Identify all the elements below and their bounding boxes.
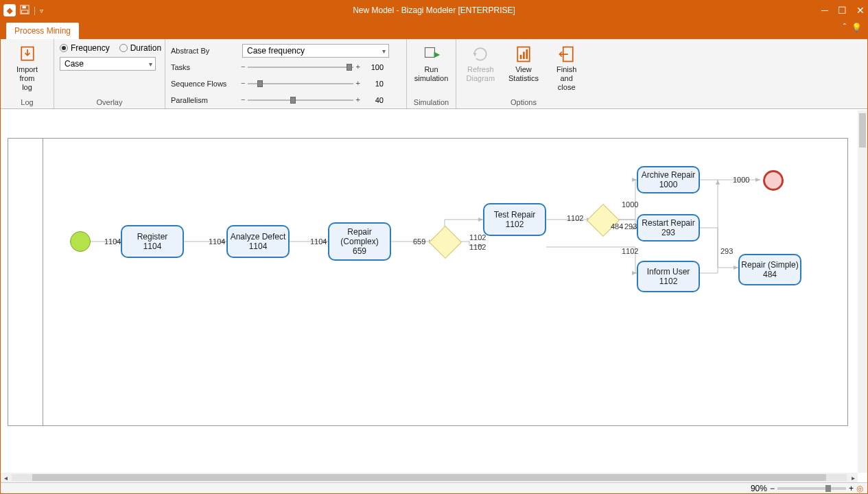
- zoom-slider[interactable]: [777, 487, 846, 490]
- edge-label: 1102: [469, 243, 486, 251]
- zoom-fit-icon[interactable]: ◎: [856, 484, 863, 493]
- ribbon-tabbar: Process Mining ˆ 💡: [1, 20, 867, 39]
- qat-dropdown-icon[interactable]: ▿: [40, 7, 43, 14]
- edge-label: 1104: [209, 237, 225, 246]
- run-simulation-button[interactable]: Run simulation: [412, 43, 451, 84]
- task-repair-simple[interactable]: Repair (Simple) 484: [738, 254, 801, 285]
- run-simulation-label: Run simulation: [414, 65, 449, 83]
- edge-label: 1000: [733, 176, 749, 184]
- tab-process-mining[interactable]: Process Mining: [6, 23, 79, 39]
- close-icon[interactable]: ✕: [856, 5, 865, 15]
- svg-rect-9: [523, 52, 525, 60]
- refresh-diagram-label: Refresh Diagram: [467, 65, 495, 83]
- svg-rect-8: [520, 55, 522, 59]
- par-slider-label: Parallelism: [171, 96, 237, 104]
- scroll-left-icon[interactable]: ◂: [1, 474, 10, 482]
- vertical-scrollbar[interactable]: [858, 110, 867, 473]
- edge-label: 1102: [622, 247, 638, 255]
- start-event[interactable]: [70, 231, 91, 252]
- zoom-value: 90%: [751, 484, 767, 493]
- task-test-repair[interactable]: Test Repair 1102: [483, 203, 546, 236]
- par-slider[interactable]: −+: [242, 95, 359, 105]
- group-options-label: Options: [462, 97, 585, 107]
- tasks-slider[interactable]: −+: [242, 62, 359, 72]
- edge-label: 659: [413, 237, 425, 246]
- par-value: 40: [364, 96, 384, 104]
- view-statistics-label: View Statistics: [508, 65, 539, 83]
- app-icon: ◆: [3, 4, 16, 16]
- tasks-slider-label: Tasks: [171, 63, 237, 71]
- horizontal-scrollbar[interactable]: ◂ ▸: [1, 473, 858, 482]
- status-bar: 90% − + ◎: [1, 482, 867, 493]
- svg-rect-2: [22, 10, 28, 12]
- edge-label: 1000: [622, 200, 638, 209]
- abstract-by-label: Abstract By: [171, 47, 237, 55]
- maximize-icon[interactable]: ☐: [838, 5, 847, 15]
- title-bar: ◆ | ▿ New Model - Bizagi Modeler [ENTERP…: [1, 1, 867, 20]
- tasks-value: 100: [364, 63, 384, 71]
- diagram-canvas[interactable]: Register 1104 Analyze Defect 1104 Repair…: [1, 110, 858, 473]
- qat-separator: |: [34, 5, 36, 15]
- diagram-frame: Register 1104 Analyze Defect 1104 Repair…: [8, 138, 848, 426]
- edge-label: 293: [720, 247, 733, 255]
- seq-slider[interactable]: −+: [242, 79, 359, 89]
- edge-label: 1102: [567, 214, 583, 222]
- ribbon: Import from log Log Frequency Duration C…: [1, 39, 867, 109]
- scroll-right-icon[interactable]: ▸: [848, 474, 858, 482]
- help-icon[interactable]: 💡: [852, 23, 862, 32]
- svg-rect-1: [23, 5, 26, 8]
- import-from-log-button[interactable]: Import from log: [6, 43, 48, 94]
- collapse-ribbon-icon[interactable]: ˆ: [843, 23, 846, 32]
- edge-label: 1104: [310, 237, 327, 246]
- edge-label: 293: [624, 222, 637, 231]
- svg-marker-5: [434, 52, 440, 58]
- view-statistics-button[interactable]: View Statistics: [505, 43, 543, 84]
- seq-value: 10: [364, 80, 384, 88]
- svg-rect-10: [526, 49, 528, 59]
- edge-label: 1102: [469, 233, 486, 242]
- svg-rect-4: [425, 47, 434, 57]
- frequency-radio[interactable]: Frequency: [60, 43, 110, 53]
- task-repair-complex[interactable]: Repair (Complex) 659: [328, 222, 391, 261]
- import-from-log-label: Import from log: [9, 65, 45, 93]
- refresh-diagram-button: Refresh Diagram: [462, 43, 500, 84]
- group-overlay-label: Overlay: [60, 97, 159, 107]
- group-log-label: Log: [6, 97, 48, 107]
- task-restart-repair[interactable]: Restart Repair 293: [637, 214, 700, 242]
- task-archive-repair[interactable]: Archive Repair 1000: [637, 166, 700, 193]
- duration-radio[interactable]: Duration: [119, 43, 161, 53]
- group-simulation-label: Simulation: [412, 97, 450, 107]
- svg-marker-6: [473, 53, 477, 56]
- task-analyze-defect[interactable]: Analyze Defect 1104: [226, 225, 290, 258]
- save-icon[interactable]: [20, 5, 30, 16]
- seq-slider-label: Sequence Flows: [171, 80, 237, 88]
- end-event[interactable]: [763, 170, 784, 191]
- finish-close-label: Finish and close: [550, 65, 583, 93]
- edge-label: 484: [611, 222, 623, 231]
- overlay-case-dropdown[interactable]: Case: [60, 57, 156, 71]
- task-register[interactable]: Register 1104: [121, 225, 184, 258]
- zoom-in-icon[interactable]: +: [849, 484, 854, 493]
- zoom-out-icon[interactable]: −: [770, 484, 775, 493]
- finish-close-button[interactable]: Finish and close: [548, 43, 585, 94]
- window-title: New Model - Bizagi Modeler [ENTERPRISE]: [1, 5, 867, 15]
- minimize-icon[interactable]: ─: [821, 5, 828, 15]
- edge-label: 1104: [104, 237, 121, 246]
- task-inform-user[interactable]: Inform User 1102: [637, 261, 700, 292]
- abstract-by-dropdown[interactable]: Case frequency: [242, 44, 389, 58]
